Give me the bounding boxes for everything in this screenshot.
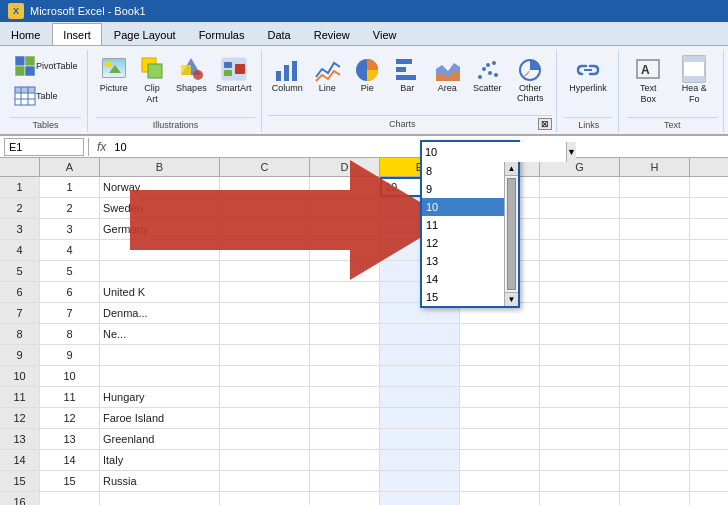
col-header-d[interactable]: D [310,158,380,176]
cell-c11[interactable] [220,387,310,407]
cell-a2[interactable]: 2 [40,198,100,218]
row-header-2[interactable]: 2 [0,198,40,218]
cell-g2[interactable] [540,198,620,218]
cell-d4[interactable] [310,240,380,260]
tab-formulas[interactable]: Formulas [188,23,256,45]
row-header-4[interactable]: 4 [0,240,40,260]
cell-b12[interactable]: Faroe Island [100,408,220,428]
cell-b9[interactable] [100,345,220,365]
row-header-14[interactable]: 14 [0,450,40,470]
dropdown-item-10[interactable]: 10 [422,198,504,216]
cell-c16[interactable] [220,492,310,505]
cell-h7[interactable] [620,303,690,323]
cell-c10[interactable] [220,366,310,386]
row-header-15[interactable]: 15 [0,471,40,491]
cell-c3[interactable] [220,219,310,239]
cell-d8[interactable] [310,324,380,344]
cell-g5[interactable] [540,261,620,281]
row-header-6[interactable]: 6 [0,282,40,302]
cell-b7[interactable]: Denma... [100,303,220,323]
other-charts-button[interactable]: Other Charts [508,52,552,106]
area-chart-button[interactable]: Area [428,52,466,96]
cell-b4[interactable] [100,240,220,260]
cell-f10[interactable] [460,366,540,386]
tab-insert[interactable]: Insert [52,23,102,45]
cell-e9[interactable] [380,345,460,365]
hyperlink-button[interactable]: Hyperlink [565,52,611,97]
tab-review[interactable]: Review [303,23,361,45]
cell-h3[interactable] [620,219,690,239]
cell-a15[interactable]: 15 [40,471,100,491]
cell-e15[interactable] [380,471,460,491]
cell-c1[interactable] [220,177,310,197]
cell-d3[interactable] [310,219,380,239]
dropdown-arrow[interactable]: ▼ [566,142,576,162]
dropdown-item-14[interactable]: 14 [422,270,504,288]
cell-g1[interactable] [540,177,620,197]
cell-b16[interactable] [100,492,220,505]
cell-d16[interactable] [310,492,380,505]
picture-button[interactable]: Picture [96,52,132,97]
dropdown-item-13[interactable]: 13 [422,252,504,270]
cell-d11[interactable] [310,387,380,407]
cell-c8[interactable] [220,324,310,344]
scatter-chart-button[interactable]: Scatter [468,52,506,96]
scroll-up-button[interactable]: ▲ [505,162,518,176]
cell-a3[interactable]: 3 [40,219,100,239]
cell-b8[interactable]: Ne... [100,324,220,344]
textbox-button[interactable]: A Text Box [627,52,669,108]
cell-e13[interactable] [380,429,460,449]
cell-g13[interactable] [540,429,620,449]
cell-d10[interactable] [310,366,380,386]
cell-d12[interactable] [310,408,380,428]
cell-g8[interactable] [540,324,620,344]
cell-c6[interactable] [220,282,310,302]
cell-a1[interactable]: 1 [40,177,100,197]
col-header-b[interactable]: B [100,158,220,176]
cell-g14[interactable] [540,450,620,470]
cell-c4[interactable] [220,240,310,260]
dropdown-input[interactable] [422,142,566,162]
cell-b14[interactable]: Italy [100,450,220,470]
cell-a4[interactable]: 4 [40,240,100,260]
cell-b2[interactable]: Sweden [100,198,220,218]
cell-h2[interactable] [620,198,690,218]
row-header-1[interactable]: 1 [0,177,40,197]
cell-g12[interactable] [540,408,620,428]
dropdown-item-11[interactable]: 11 [422,216,504,234]
cell-g3[interactable] [540,219,620,239]
dropdown-item-12[interactable]: 12 [422,234,504,252]
cell-c14[interactable] [220,450,310,470]
row-header-9[interactable]: 9 [0,345,40,365]
cell-a6[interactable]: 6 [40,282,100,302]
col-header-c[interactable]: C [220,158,310,176]
cell-h10[interactable] [620,366,690,386]
cell-h6[interactable] [620,282,690,302]
column-chart-button[interactable]: Column [268,52,306,96]
cell-f9[interactable] [460,345,540,365]
cell-h4[interactable] [620,240,690,260]
cell-e10[interactable] [380,366,460,386]
dropdown-item-9[interactable]: 9 [422,180,504,198]
cell-d15[interactable] [310,471,380,491]
row-header-12[interactable]: 12 [0,408,40,428]
cell-f11[interactable] [460,387,540,407]
cell-b11[interactable]: Hungary [100,387,220,407]
row-header-3[interactable]: 3 [0,219,40,239]
cell-c15[interactable] [220,471,310,491]
cell-h14[interactable] [620,450,690,470]
cell-g7[interactable] [540,303,620,323]
clipart-button[interactable]: Clip Art [134,52,171,108]
cell-a7[interactable]: 7 [40,303,100,323]
cell-a11[interactable]: 11 [40,387,100,407]
cell-f12[interactable] [460,408,540,428]
headfoot-button[interactable]: Hea & Fo [671,52,717,108]
cell-f13[interactable] [460,429,540,449]
cell-h16[interactable] [620,492,690,505]
cell-c12[interactable] [220,408,310,428]
cell-g9[interactable] [540,345,620,365]
row-header-16[interactable]: 16 [0,492,40,505]
cell-h5[interactable] [620,261,690,281]
cell-c7[interactable] [220,303,310,323]
smartart-button[interactable]: SmartArt [212,52,255,97]
